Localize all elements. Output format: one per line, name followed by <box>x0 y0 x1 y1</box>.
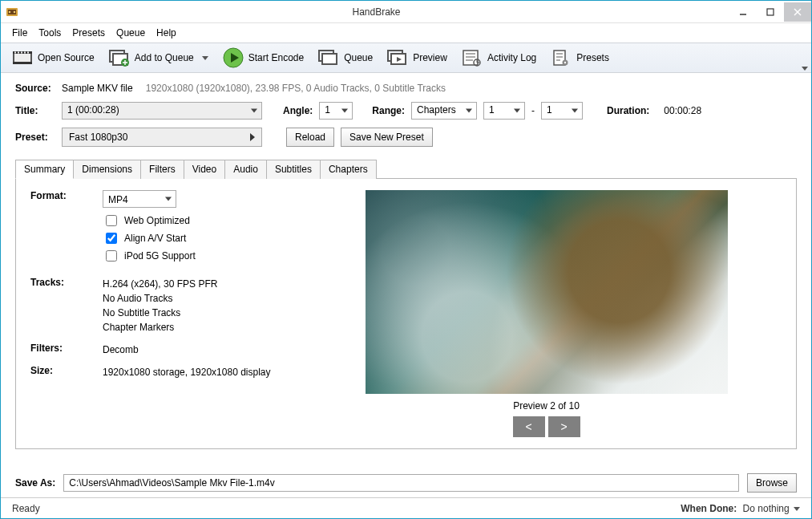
tab-filters[interactable]: Filters <box>140 160 184 179</box>
menu-file[interactable]: File <box>7 26 32 40</box>
svg-rect-25 <box>322 54 337 64</box>
svg-rect-13 <box>18 52 19 54</box>
preview-label: Preview <box>413 52 447 63</box>
title-select-value: 1 (00:00:28) <box>67 104 119 116</box>
align-av-checkbox[interactable] <box>106 233 117 244</box>
chevron-down-icon <box>794 507 800 511</box>
preview-icon <box>387 48 408 67</box>
source-info: 1920x1080 (1920x1080), 23.98 FPS, 0 Audi… <box>146 83 446 94</box>
open-source-button[interactable]: Open Source <box>9 47 98 69</box>
menu-presets[interactable]: Presets <box>67 26 110 40</box>
menu-help[interactable]: Help <box>151 26 181 40</box>
queue-label: Queue <box>344 52 373 63</box>
source-name: Sample MKV file <box>62 83 133 94</box>
tab-audio[interactable]: Audio <box>224 160 267 179</box>
svg-rect-12 <box>14 52 16 54</box>
when-done-select[interactable]: Do nothing <box>743 503 800 514</box>
save-row: Save As: Browse <box>1 465 811 497</box>
title-row: Title: 1 (00:00:28) Angle: 1 Range: Chap… <box>15 102 797 120</box>
chevron-down-icon <box>514 109 520 113</box>
toolbar-overflow-icon[interactable] <box>802 67 808 71</box>
menu-queue[interactable]: Queue <box>111 26 150 40</box>
angle-value: 1 <box>325 104 330 116</box>
svg-point-39 <box>564 62 566 63</box>
statusbar: Ready When Done: Do nothing <box>1 497 811 518</box>
tracks-line-4: Chapter Markers <box>103 320 287 335</box>
app-icon <box>6 6 18 18</box>
preset-value: Fast 1080p30 <box>69 132 127 143</box>
svg-rect-9 <box>14 53 30 63</box>
save-new-preset-button[interactable]: Save New Preset <box>341 128 433 147</box>
presets-button[interactable]: Presets <box>547 47 612 69</box>
format-value: MP4 <box>108 194 128 205</box>
menu-tools[interactable]: Tools <box>34 26 66 40</box>
title-label: Title: <box>15 105 55 116</box>
source-label: Source: <box>15 83 55 94</box>
angle-label: Angle: <box>283 105 313 116</box>
titlebar: HandBrake <box>1 1 811 23</box>
duration-label: Duration: <box>607 105 649 116</box>
tracks-line-3: No Subtitle Tracks <box>103 306 287 320</box>
tab-summary[interactable]: Summary <box>15 160 74 179</box>
tab-subtitles[interactable]: Subtitles <box>266 160 321 179</box>
toolbar: Open Source Add to Queue Start Encode Qu… <box>1 43 811 73</box>
save-as-input[interactable] <box>63 474 739 492</box>
ipod5g-checkbox[interactable] <box>106 250 117 262</box>
web-optimized-checkbox[interactable] <box>106 215 117 226</box>
tab-chapters[interactable]: Chapters <box>320 160 377 179</box>
add-to-queue-button[interactable]: Add to Queue <box>106 47 212 69</box>
preview-next-button[interactable]: > <box>548 416 580 437</box>
preset-select[interactable]: Fast 1080p30 <box>62 128 262 147</box>
filters-summary-value: Decomb <box>103 343 287 357</box>
presets-label: Presets <box>576 52 609 63</box>
when-done-label: When Done: <box>681 503 737 514</box>
svg-rect-14 <box>21 52 22 54</box>
format-label: Format: <box>30 190 103 266</box>
open-source-label: Open Source <box>38 52 95 63</box>
tab-video[interactable]: Video <box>184 160 225 179</box>
log-icon <box>462 48 483 67</box>
align-av-label: Align A/V Start <box>124 231 186 245</box>
minimize-button[interactable] <box>729 2 757 22</box>
tab-dimensions[interactable]: Dimensions <box>73 160 141 179</box>
status-text: Ready <box>12 503 40 514</box>
size-value: 1920x1080 storage, 1920x1080 display <box>103 365 287 379</box>
chapter-from-value: 1 <box>489 104 495 116</box>
start-encode-label: Start Encode <box>248 52 304 63</box>
svg-rect-11 <box>13 62 32 64</box>
activity-log-label: Activity Log <box>487 52 536 63</box>
chevron-down-icon <box>572 109 578 113</box>
browse-button[interactable]: Browse <box>747 473 797 493</box>
chevron-down-icon <box>202 56 208 60</box>
start-encode-button[interactable]: Start Encode <box>220 47 307 69</box>
source-row: Source: Sample MKV file 1920x1080 (1920x… <box>15 83 797 94</box>
range-label: Range: <box>372 105 405 116</box>
preset-row: Preset: Fast 1080p30 Reload Save New Pre… <box>15 128 797 147</box>
chevron-down-icon <box>466 109 472 113</box>
tracks-line-1: H.264 (x264), 30 FPS PFR <box>103 277 287 291</box>
preview-button[interactable]: Preview <box>384 47 450 69</box>
chevron-down-icon <box>165 197 172 201</box>
preview-prev-button[interactable]: < <box>513 416 545 437</box>
filters-summary-label: Filters: <box>30 343 103 357</box>
duration-value: 00:00:28 <box>664 105 701 116</box>
preview-image <box>366 190 728 394</box>
svg-rect-15 <box>24 52 26 54</box>
maximize-button[interactable] <box>757 2 784 22</box>
close-button[interactable] <box>784 2 811 22</box>
queue-button[interactable]: Queue <box>315 47 376 69</box>
menubar: File Tools Presets Queue Help <box>1 23 811 43</box>
preset-label: Preset: <box>15 132 55 143</box>
activity-log-button[interactable]: Activity Log <box>459 47 539 69</box>
range-value: Chapters <box>417 104 456 116</box>
web-optimized-label: Web Optimized <box>124 213 190 228</box>
chevron-right-icon <box>250 133 255 141</box>
save-as-label: Save As: <box>15 477 55 489</box>
queue-icon <box>318 48 339 67</box>
svg-rect-16 <box>27 52 29 54</box>
add-to-queue-label: Add to Queue <box>135 52 194 63</box>
reload-button[interactable]: Reload <box>286 128 334 147</box>
title-select[interactable]: 1 (00:00:28) <box>62 102 262 120</box>
chapter-to-value: 1 <box>547 104 552 116</box>
svg-point-2 <box>9 10 10 12</box>
